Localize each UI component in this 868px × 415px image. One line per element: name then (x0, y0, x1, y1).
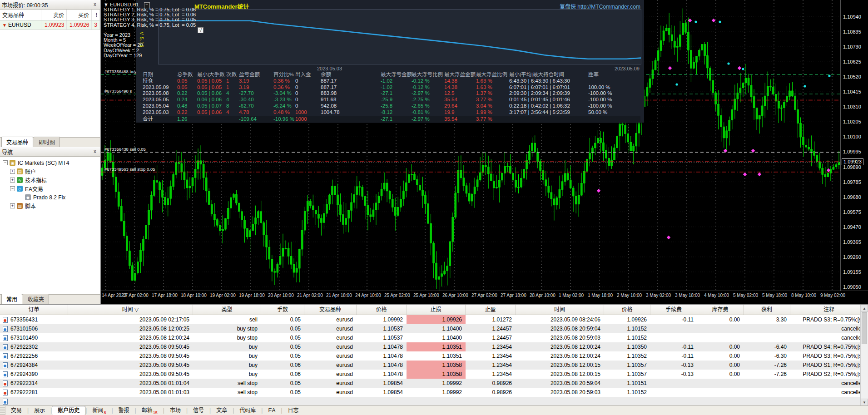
stats-header-row: 日期总手数最小|大手数次数盈亏金额百分比%出入金余额最大浮亏金额最大浮亏比例最大… (143, 72, 640, 78)
order-row[interactable]: 6729243842023.05.08 09:50:45buy0.06eurus… (0, 361, 868, 370)
tree-item-scripts[interactable]: +▥脚本 (1, 202, 100, 210)
orders-col-header[interactable]: 手续费 (650, 305, 697, 315)
bottom-tab-展示[interactable]: 展示 (29, 406, 50, 415)
price-tick: 1.10310 (843, 104, 861, 109)
order-cell: 0.00 (697, 342, 744, 351)
order-cell: eurusd (304, 370, 357, 379)
col-spread[interactable]: ! (92, 10, 100, 20)
bottom-tab-代码库[interactable]: 代码库 (234, 406, 261, 415)
time-axis[interactable]: 14 Apr 202317 Apr 02:0017 Apr 18:0018 Ap… (101, 291, 868, 301)
order-row[interactable]: 6729222812023.05.08 01:01:03sell stop0.0… (0, 388, 868, 397)
col-symbol[interactable]: 交易品种 (0, 10, 41, 20)
bottom-tab-邮箱[interactable]: 邮箱15 (136, 406, 163, 415)
bottom-tab-日志[interactable]: 日志 (283, 406, 304, 415)
scroll-up-icon[interactable]: ▲ (861, 305, 868, 312)
orders-col-header[interactable]: 止损 (407, 305, 466, 315)
order-cell: 2023.05.08 12:00:15 (516, 361, 604, 370)
close-icon[interactable]: x (92, 148, 98, 155)
order-cell: eurusd (304, 388, 357, 397)
orders-col-header[interactable]: 手数 (261, 305, 304, 315)
stats-cell: 2023.05.04 (143, 103, 177, 109)
bottom-tab-账户历史[interactable]: 账户历史 (52, 406, 85, 415)
order-row[interactable]: 6729223142023.05.08 01:01:04sell stop0.0… (0, 379, 868, 388)
price-tick: 1.10100 (843, 134, 861, 139)
orders-col-header[interactable]: 价格 (357, 305, 407, 315)
stats-header-cell: 最大浮亏比例 (412, 72, 444, 78)
scroll-thumb[interactable] (862, 312, 867, 344)
bottom-tab-信号[interactable]: 信号 (188, 406, 209, 415)
orders-col-header[interactable]: 交易品种 (304, 305, 357, 315)
server-icon: ▣ (10, 160, 15, 166)
tree-expander-icon[interactable]: + (10, 178, 15, 183)
order-cell: -0.13 (650, 361, 697, 370)
time-tick: 25 Apr 02:00 (384, 293, 410, 298)
close-icon[interactable]: x (92, 1, 98, 8)
order-row[interactable]: 6729223022023.05.08 09:50:45buy0.05eurus… (0, 342, 868, 351)
tree-expander-icon[interactable]: + (10, 169, 15, 174)
price-axis[interactable]: 1.109401.108351.107301.106251.105201.104… (840, 0, 868, 291)
col-ask[interactable]: 买价 (67, 10, 92, 20)
bottom-tab-EA[interactable]: EA (263, 406, 281, 415)
signal-diamond-icon (738, 66, 741, 70)
stats-cell: 100.00 % (588, 84, 640, 91)
tree-item-server[interactable]: −▣IC Markets (SC) MT4 (1, 158, 100, 167)
col-bid[interactable]: 卖价 (41, 10, 67, 20)
order-cell: buy (193, 342, 261, 351)
tree-item-indicators[interactable]: +∿技术指标 (1, 176, 100, 184)
orders-header-row: 订单时间 ▽类型手数交易品种价格止损止盈时间价格手续费库存费获利注释 (0, 305, 868, 315)
order-cell (697, 388, 744, 397)
bottom-tab-交易[interactable]: 交易 (5, 406, 27, 415)
bottom-tab-新闻[interactable]: 新闻8 (87, 406, 111, 415)
order-row[interactable]: 6729222562023.05.08 09:50:45buy0.05eurus… (0, 351, 868, 361)
navigator-tab-常用[interactable]: 常用 (1, 294, 22, 304)
market-watch-tab-即时图[interactable]: 即时图 (34, 137, 60, 147)
order-doc-icon (3, 371, 8, 377)
time-tick: 4 May 10:00 (704, 293, 729, 298)
order-row[interactable]: 6729243902023.05.08 09:50:45buy0.06eurus… (0, 370, 868, 379)
equity-end-date: 2023.05.09 (615, 66, 640, 71)
tree-expander-icon[interactable]: + (10, 203, 15, 208)
orders-col-header[interactable]: 获利 (744, 305, 790, 315)
orders-col-header[interactable]: 价格 (604, 305, 650, 315)
tree-expander-icon[interactable]: − (3, 160, 8, 165)
order-cell: 2023.05.08 12:00:25 (68, 324, 193, 333)
orders-scrollbar[interactable]: ▲ ▼ (860, 305, 868, 405)
orders-col-header[interactable]: 注释 (790, 305, 868, 315)
orders-col-header[interactable]: 时间 ▽ (68, 305, 193, 315)
market-watch-tab-交易品种[interactable]: 交易品种 (1, 137, 33, 147)
bottom-tab-市场[interactable]: 市场 (164, 406, 186, 415)
tree-expander-icon[interactable]: − (10, 186, 15, 191)
order-cell: 1.10478 (357, 361, 407, 370)
tree-item-expert-advisor[interactable]: ◆Prado 8.2 Fix (1, 193, 100, 202)
signal-diamond-icon (712, 19, 715, 22)
bottom-tab-文章[interactable]: 文章 (211, 406, 233, 415)
symbol-row-eurusd[interactable]: ▼EURUSD 1.09923 1.09926 3 (0, 20, 100, 30)
orders-col-header[interactable]: 止盈 (466, 305, 516, 315)
order-cell: 2023.05.08 09:50:45 (68, 342, 193, 351)
orders-col-header[interactable]: 类型 (193, 305, 261, 315)
orders-col-header[interactable]: 订单 (0, 305, 68, 315)
tree-item-accounts[interactable]: +▤账户 (1, 167, 100, 176)
orders-col-header[interactable]: 库存费 (697, 305, 744, 315)
order-cell: cancelled (790, 388, 868, 397)
bottom-tab-警报[interactable]: 警报 (113, 406, 135, 415)
time-tick: 21 Apr 02:00 (297, 293, 323, 298)
time-tick: 27 Apr 18:00 (501, 293, 526, 298)
order-row[interactable]: 6731014902023.05.08 12:00:24buy stop0.05… (0, 333, 868, 342)
orders-col-header[interactable]: 时间 (516, 305, 604, 315)
order-row[interactable]: 6731015062023.05.08 12:00:25buy stop0.05… (0, 324, 868, 333)
tab-bar-grip[interactable] (0, 406, 5, 415)
price-tick: 1.10520 (843, 74, 861, 79)
navigator-tab-收藏夹[interactable]: 收藏夹 (23, 294, 49, 304)
tree-item-experts[interactable]: −◇EA交易 (1, 184, 100, 193)
stats-cell: -27.1 (381, 90, 412, 97)
order-cell: 1.10478 (357, 342, 407, 351)
checkbox-icon[interactable]: √ (198, 27, 203, 33)
stats-cell: 1 (226, 78, 239, 84)
order-cell: 2023.05.08 12:00:24 (516, 342, 604, 351)
scroll-down-icon[interactable]: ▼ (861, 399, 868, 405)
order-cell: -6.40 (744, 342, 790, 351)
order-cell: 1.10400 (407, 333, 466, 342)
order-row[interactable]: 6733564312023.05.09 02:17:05sell0.05euru… (0, 315, 868, 324)
order-cell: sell stop (193, 388, 261, 397)
